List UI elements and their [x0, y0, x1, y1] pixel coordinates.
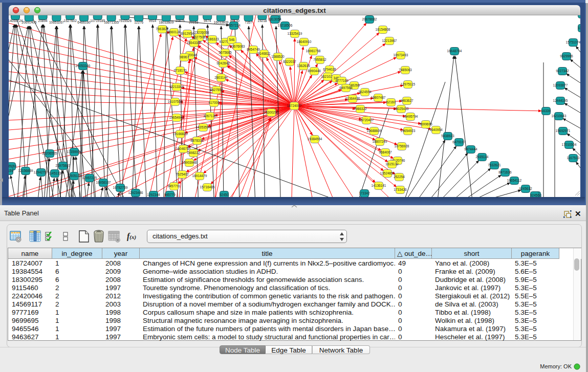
- svg-text:6497568: 6497568: [339, 86, 353, 90]
- svg-text:8427552: 8427552: [210, 88, 223, 92]
- svg-text:16914479: 16914479: [192, 174, 207, 178]
- svg-text:20691406: 20691406: [21, 20, 36, 24]
- svg-text:8660124: 8660124: [167, 30, 181, 34]
- svg-text:12505135: 12505135: [67, 174, 82, 178]
- svg-text:8990448: 8990448: [308, 69, 321, 73]
- svg-text:16339: 16339: [541, 109, 551, 113]
- svg-text:9227342: 9227342: [556, 69, 569, 73]
- svg-text:20894: 20894: [38, 19, 48, 23]
- svg-text:173342: 173342: [359, 191, 370, 195]
- svg-text:10973493: 10973493: [394, 53, 408, 57]
- svg-text:20053346: 20053346: [76, 64, 91, 68]
- svg-text:2803144: 2803144: [214, 76, 228, 79]
- svg-text:8454749: 8454749: [247, 48, 260, 51]
- svg-text:15720407: 15720407: [359, 118, 374, 122]
- svg-text:14136141: 14136141: [372, 184, 386, 187]
- svg-text:14353594: 14353594: [196, 125, 211, 129]
- svg-text:9245612: 9245612: [519, 187, 532, 190]
- svg-text:16154808: 16154808: [376, 28, 390, 31]
- svg-text:39159: 39159: [9, 169, 13, 172]
- svg-text:10653267: 10653267: [49, 20, 64, 24]
- svg-text:14055724: 14055724: [9, 19, 23, 23]
- svg-text:9684067: 9684067: [379, 150, 392, 154]
- svg-text:7663822: 7663822: [156, 27, 169, 31]
- svg-text:8813054: 8813054: [268, 17, 281, 21]
- svg-text:7357224: 7357224: [227, 24, 241, 27]
- svg-text:12942797: 12942797: [34, 170, 49, 174]
- svg-text:21364436: 21364436: [345, 97, 360, 100]
- svg-text:9242848: 9242848: [216, 61, 230, 65]
- svg-text:16961758: 16961758: [306, 49, 321, 53]
- svg-text:19218: 19218: [257, 19, 267, 23]
- svg-text:19166825: 19166825: [173, 132, 188, 136]
- svg-text:92450: 92450: [220, 193, 229, 196]
- svg-text:1292344: 1292344: [147, 193, 160, 196]
- svg-text:8878314: 8878314: [190, 139, 204, 142]
- svg-text:9474444: 9474444: [464, 147, 477, 151]
- svg-text:10719185: 10719185: [90, 19, 105, 23]
- svg-text:20206555: 20206555: [42, 151, 57, 155]
- svg-text:5938923: 5938923: [441, 134, 454, 138]
- svg-text:9777169: 9777169: [335, 79, 349, 82]
- svg-text:18724007: 18724007: [287, 104, 302, 107]
- svg-text:12213309: 12213309: [169, 85, 184, 89]
- svg-text:23975887: 23975887: [56, 164, 71, 167]
- svg-text:12156859: 12156859: [18, 169, 33, 172]
- svg-text:9463627: 9463627: [400, 99, 413, 102]
- svg-text:18807249: 18807249: [373, 140, 387, 143]
- svg-text:12444195: 12444195: [553, 99, 568, 102]
- svg-text:16671355: 16671355: [104, 20, 119, 24]
- svg-text:15903948: 15903948: [182, 161, 197, 164]
- svg-text:9457791: 9457791: [167, 184, 181, 188]
- svg-text:98967: 98967: [180, 55, 189, 59]
- svg-text:9329966: 9329966: [560, 54, 573, 58]
- svg-text:6466160: 6466160: [77, 20, 91, 24]
- svg-text:8471636: 8471636: [498, 170, 512, 174]
- svg-text:16648784: 16648784: [447, 49, 462, 53]
- svg-text:8912954: 8912954: [181, 32, 194, 35]
- svg-text:16107554: 16107554: [168, 100, 183, 103]
- svg-text:15751074: 15751074: [566, 40, 580, 44]
- svg-text:12923446: 12923446: [128, 191, 143, 194]
- svg-text:12093877: 12093877: [553, 83, 568, 87]
- svg-text:12213967: 12213967: [382, 39, 397, 42]
- svg-text:13325419: 13325419: [288, 32, 302, 35]
- svg-text:945779: 945779: [164, 193, 176, 196]
- svg-text:16210643: 16210643: [552, 114, 567, 118]
- svg-text:13524851: 13524851: [380, 171, 395, 175]
- svg-text:1145133: 1145133: [49, 171, 61, 175]
- svg-text:8186323: 8186323: [206, 37, 219, 41]
- svg-text:19654945: 19654945: [169, 116, 184, 119]
- svg-text:25300295: 25300295: [264, 111, 279, 114]
- svg-text:252254: 252254: [394, 175, 405, 179]
- svg-text:17359934: 17359934: [67, 150, 82, 154]
- svg-text:10807487: 10807487: [371, 96, 386, 99]
- svg-text:15716485: 15716485: [200, 185, 215, 189]
- svg-text:1167533: 1167533: [567, 156, 580, 160]
- svg-text:9914: 9914: [149, 19, 157, 23]
- svg-text:10025433: 10025433: [394, 107, 409, 111]
- svg-text:62160: 62160: [386, 100, 396, 104]
- svg-text:9699695: 9699695: [419, 122, 432, 126]
- svg-text:7625402: 7625402: [176, 172, 189, 176]
- svg-text:92456: 92456: [530, 193, 539, 197]
- svg-text:1615132: 1615132: [385, 162, 399, 166]
- svg-text:1362615: 1362615: [297, 64, 310, 68]
- svg-text:7986322: 7986322: [354, 107, 367, 111]
- svg-text:417006: 417006: [208, 101, 220, 104]
- svg-text:1588520: 1588520: [271, 55, 285, 58]
- svg-text:12975115: 12975115: [401, 82, 416, 86]
- svg-text:7955812: 7955812: [313, 58, 326, 61]
- svg-text:7632621: 7632621: [488, 163, 501, 167]
- svg-text:19384554: 19384554: [308, 137, 322, 141]
- svg-text:6479197: 6479197: [452, 140, 466, 144]
- svg-text:1498222: 1498222: [187, 151, 200, 155]
- svg-text:546: 546: [229, 38, 235, 41]
- svg-text:1733426: 1733426: [394, 188, 407, 191]
- svg-text:7515526: 7515526: [119, 19, 132, 23]
- svg-text:18033809: 18033809: [159, 20, 173, 24]
- svg-text:17957225: 17957225: [82, 176, 97, 180]
- svg-text:16782759: 16782759: [113, 186, 128, 189]
- svg-text:2935114: 2935114: [476, 155, 489, 159]
- svg-text:10688609: 10688609: [367, 129, 382, 133]
